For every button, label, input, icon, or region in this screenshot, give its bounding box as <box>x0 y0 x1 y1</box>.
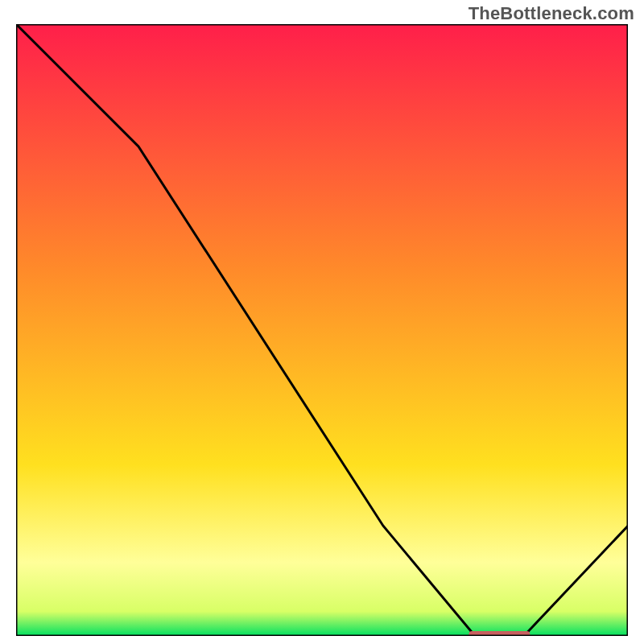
plot-area <box>16 24 628 636</box>
watermark-text: TheBottleneck.com <box>469 3 634 24</box>
chart-svg <box>16 24 628 636</box>
chart-container: TheBottleneck.com <box>0 0 644 644</box>
